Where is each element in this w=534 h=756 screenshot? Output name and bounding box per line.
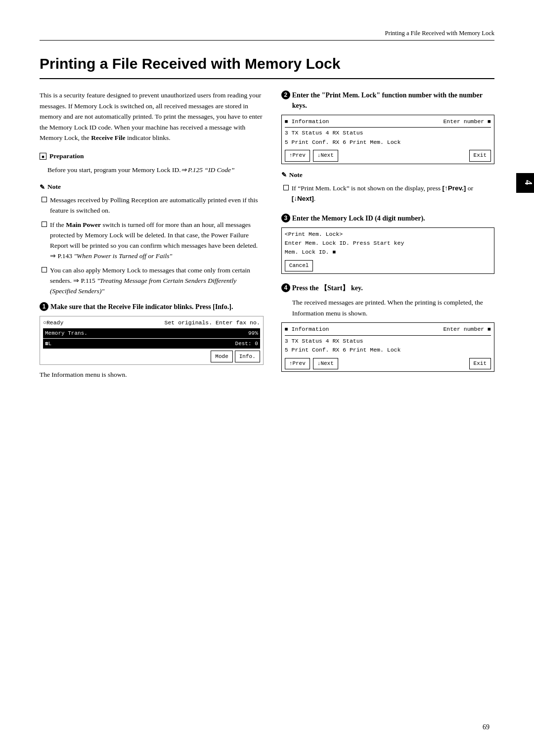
note-right-text: If “Print Mem. Lock” is not shown on the… <box>292 183 494 204</box>
lcd4-top-row: ■ Information Enter number ■ <box>285 325 491 335</box>
lcd2-row2: 3 TX Status 4 RX Status <box>285 129 491 137</box>
step-2-text: Enter the "Print Mem. Lock" function num… <box>292 90 494 111</box>
lcd-99-percent: 99% <box>248 329 258 338</box>
right-column: 2 Enter the "Print Mem. Lock" function n… <box>281 90 494 389</box>
lcd-info-btn: Info. <box>235 351 260 362</box>
lcd2-buttons: ↑Prev ↓Next Exit <box>285 150 491 162</box>
lcd2-next-btn: ↓Next <box>313 150 338 162</box>
step-4-text: Press the 【Start】 key. <box>292 283 363 293</box>
page-title: Printing a File Received with Memory Loc… <box>40 55 494 79</box>
left-column: This is a security feature designed to p… <box>40 90 264 389</box>
step-4-header: 4 Press the 【Start】 key. <box>281 283 494 293</box>
lcd3-row1: <Print Mem. Lock> <box>285 230 491 239</box>
lcd3-row3: Mem. Lock ID. ■ <box>285 248 491 257</box>
step-2-lcd: ■ Information Enter number ■ 3 TX Status… <box>281 115 494 164</box>
lcd3-row2: Enter Mem. Lock ID. Press Start key <box>285 239 491 248</box>
lcd4-prev-btn: ↑Prev <box>285 358 310 370</box>
two-column-layout: This is a security feature designed to p… <box>40 90 494 389</box>
lcd4-buttons: ↑Prev ↓Next Exit <box>285 358 491 370</box>
checkbox-icon-3 <box>42 267 47 272</box>
lcd2-top-row: ■ Information Enter number ■ <box>285 117 491 128</box>
step-4: 4 Press the 【Start】 key. The received me… <box>281 283 494 372</box>
lcd4-info: ■ Information <box>285 325 329 334</box>
step-1-lcd: ○Ready Set originals. Enter fax no. Memo… <box>40 316 264 365</box>
lcd-set-originals: Set originals. Enter fax no. <box>165 318 260 328</box>
note-left-title: ✎ Note <box>40 182 264 192</box>
note-right-item: If “Print Mem. Lock” is not shown on the… <box>281 183 494 204</box>
step-3-number: 3 <box>281 214 290 222</box>
lcd-ready: ○Ready <box>43 318 63 328</box>
lcd-row1: ○Ready Set originals. Enter fax no. <box>43 318 260 328</box>
intro-paragraph: This is a security feature designed to p… <box>40 90 264 143</box>
lcd-phone-icon: ☎L <box>45 339 51 348</box>
note-text-3: You can also apply Memory Lock to messag… <box>50 266 264 297</box>
step-1-number: 1 <box>40 302 48 311</box>
note-item-3: You can also apply Memory Lock to messag… <box>40 266 264 297</box>
prep-icon: ■ <box>40 153 46 160</box>
page-header: Printing a File Received with Memory Loc… <box>40 30 494 41</box>
page-number: 69 <box>483 723 490 731</box>
side-tab: 4 <box>516 173 534 193</box>
step-1-header: 1 Make sure that the Receive File indica… <box>40 302 264 312</box>
lcd3-cancel-btn: Cancel <box>285 260 313 272</box>
step-1: 1 Make sure that the Receive File indica… <box>40 302 264 380</box>
note-right-title: ✎ Note <box>281 170 494 180</box>
lcd-mode-btn: Mode <box>211 351 232 362</box>
lcd-step1-buttons: Mode Info. <box>43 351 260 362</box>
step-2-header: 2 Enter the "Print Mem. Lock" function n… <box>281 90 494 111</box>
note-right-label: Note <box>289 170 303 180</box>
preparation-title: ■ Preparation <box>40 151 264 162</box>
lcd4-exit-btn: Exit <box>469 358 491 370</box>
lcd3-buttons: Cancel <box>285 260 491 272</box>
lcd4-row2: 3 TX Status 4 RX Status <box>285 337 491 346</box>
preparation-block: ■ Preparation Before you start, program … <box>40 151 264 176</box>
lcd2-prev-btn: ↑Prev <box>285 150 310 162</box>
note-text-1: Messages received by Polling Reception a… <box>50 195 264 216</box>
page: Printing a File Received with Memory Loc… <box>0 0 534 756</box>
step-3-text: Enter the Memory Lock ID (4 digit number… <box>292 213 425 223</box>
lcd2-exit-btn: Exit <box>469 150 491 162</box>
note-text-2: If the Main Power switch is turned off f… <box>50 220 264 262</box>
preparation-text: Before you start, program your Memory Lo… <box>40 165 264 176</box>
lcd4-next-btn: ↓Next <box>313 358 338 370</box>
header-title: Printing a File Received with Memory Loc… <box>385 30 494 37</box>
step-3-lcd: <Print Mem. Lock> Enter Mem. Lock ID. Pr… <box>281 227 494 274</box>
note-pencil-icon-right: ✎ <box>281 170 287 180</box>
note-left-label: Note <box>47 182 61 192</box>
intro-text2: indicator blinks. <box>126 134 171 141</box>
checkbox-icon-2 <box>42 222 47 227</box>
preparation-label: Preparation <box>49 151 84 162</box>
checkbox-icon-1 <box>42 197 47 202</box>
intro-bold: Receive File <box>91 134 125 141</box>
lcd4-enter: Enter number ■ <box>443 325 491 334</box>
note-right-block: ✎ Note If “Print Mem. Lock” is not shown… <box>281 170 494 204</box>
step-4-lcd: ■ Information Enter number ■ 3 TX Status… <box>281 322 494 372</box>
lcd2-info: ■ Information <box>285 117 329 126</box>
step-1-caption: The Information menu is shown. <box>40 370 264 380</box>
step-3: 3 Enter the Memory Lock ID (4 digit numb… <box>281 213 494 274</box>
lcd-memory-trans: Memory Trans. <box>45 329 88 338</box>
note-item-1: Messages received by Polling Reception a… <box>40 195 264 216</box>
lcd-dest-row: ☎L Dest: 0 <box>43 339 260 349</box>
step-4-body: The received messages are printed. When … <box>292 297 494 318</box>
lcd-dest: Dest: 0 <box>235 339 258 348</box>
step-2-number: 2 <box>281 90 290 99</box>
note-pencil-icon: ✎ <box>40 182 45 192</box>
step-4-number: 4 <box>281 283 290 292</box>
step-2: 2 Enter the "Print Mem. Lock" function n… <box>281 90 494 204</box>
lcd2-row3: 5 Print Conf. RX 6 Print Mem. Lock <box>285 138 491 147</box>
lcd-memory-trans-row: Memory Trans. 99% <box>43 328 260 338</box>
step-3-header: 3 Enter the Memory Lock ID (4 digit numb… <box>281 213 494 223</box>
lcd4-row3: 5 Print Conf. RX 6 Print Mem. Lock <box>285 346 491 355</box>
checkbox-icon-right <box>283 185 289 190</box>
note-item-2: If the Main Power switch is turned off f… <box>40 220 264 262</box>
lcd2-enter: Enter number ■ <box>443 117 491 126</box>
step-1-text: Make sure that the Receive File indicato… <box>50 302 233 312</box>
note-left-block: ✎ Note Messages received by Polling Rece… <box>40 182 264 296</box>
